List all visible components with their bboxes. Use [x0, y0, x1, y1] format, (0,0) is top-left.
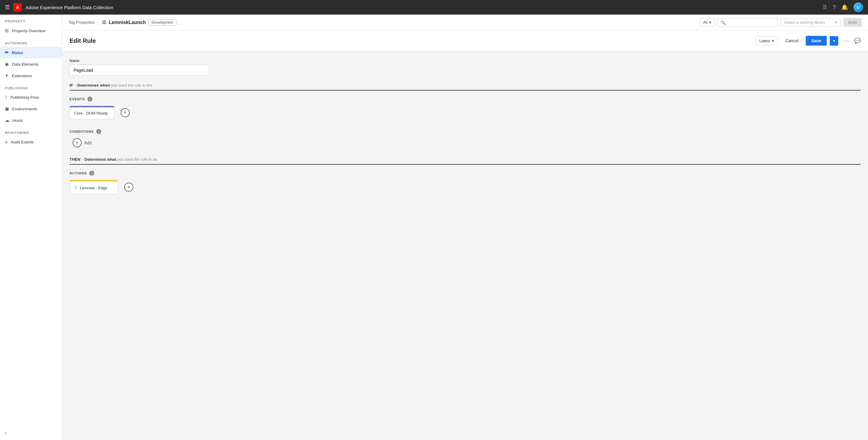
action-card[interactable]: ⠿ Lemnisk - Page [69, 180, 118, 195]
sidebar: PROPERTY ⊞ Property Overview AUTHORING ✏… [0, 14, 62, 440]
add-event-button[interactable]: + [121, 108, 130, 117]
name-label: Name [69, 59, 861, 63]
rule-form: Name IF - Determines when you want the r… [62, 51, 868, 211]
actions-title-row: ACTIONS i [69, 171, 861, 176]
events-title-row: EVENTS i [69, 97, 861, 101]
conditions-title: CONDITIONS [69, 130, 94, 134]
if-label-bold: IF [69, 83, 73, 88]
if-determines: Determines when [78, 83, 110, 88]
audit-events-icon: ≡ [5, 140, 8, 145]
save-button[interactable]: Save [806, 36, 827, 46]
sidebar-item-extensions[interactable]: ✦ Extensions [0, 70, 62, 82]
name-input[interactable] [69, 65, 209, 76]
sidebar-item-audit-events[interactable]: ≡ Audit Events [0, 137, 62, 148]
more-options-button[interactable]: ⋯ [841, 35, 851, 46]
event-card[interactable]: Core - DOM Ready [69, 106, 115, 119]
sidebar-item-rules[interactable]: ✏ Rules [0, 47, 62, 58]
grid-icon[interactable]: ⠿ [823, 4, 827, 11]
working-library-chevron-icon: ▾ [835, 20, 837, 25]
bell-icon[interactable]: 🔔 [841, 4, 848, 11]
if-label-row: IF - Determines when you want the rule t… [69, 83, 861, 88]
sidebar-item-label-environments: Environments [12, 107, 37, 111]
then-desc: - Determines what you want the rule to d… [82, 157, 157, 162]
breadcrumb-separator: › [97, 20, 99, 25]
sidebar-item-publishing-flow[interactable]: ⤴ Publishing Flow [0, 92, 62, 103]
conditions-section: CONDITIONS i + Add [69, 129, 861, 147]
event-card-body: Core - DOM Ready [70, 107, 114, 119]
save-dropdown-button[interactable]: ▾ [830, 36, 838, 46]
search-box: 🔍 [717, 18, 778, 27]
events-title: EVENTS [69, 97, 85, 101]
filter-label: All [703, 20, 707, 25]
top-nav: ☰ A Adobe Experience Platform Data Colle… [0, 0, 868, 14]
then-determines: Determines what [85, 157, 116, 162]
rules-icon: ✏ [5, 50, 9, 55]
working-library-dropdown[interactable]: Select a working library ▾ [780, 18, 841, 26]
working-library-label: Select a working library [784, 20, 825, 25]
sidebar-item-label-audit-events: Audit Events [11, 140, 34, 144]
breadcrumb-tag-properties[interactable]: Tag Properties [68, 20, 95, 25]
avatar[interactable]: U [854, 2, 863, 12]
sidebar-item-label-rules: Rules [12, 51, 23, 55]
version-dropdown[interactable]: Latest ▾ [755, 36, 778, 46]
chevron-left-icon: ‹ [5, 430, 7, 436]
sidebar-item-label-property-overview: Property Overview [12, 29, 45, 33]
then-divider [69, 164, 861, 165]
events-cards-row: Core - DOM Ready + [69, 106, 861, 119]
edit-rule-actions: Latest ▾ Cancel Save ▾ ⋯ 💬 [755, 35, 861, 46]
add-condition-button[interactable]: + [72, 138, 82, 147]
publishing-flow-icon: ⤴ [5, 95, 7, 100]
hosts-icon: ☁ [5, 118, 9, 123]
sidebar-item-label-data-elements: Data Elements [12, 62, 39, 66]
help-icon[interactable]: ? [833, 4, 836, 11]
if-desc: - Determines when you want the rule to f… [75, 83, 152, 88]
conditions-info-icon[interactable]: i [96, 129, 101, 134]
env-badge: Development [148, 20, 177, 26]
sidebar-item-data-elements[interactable]: ◉ Data Elements [0, 58, 62, 70]
sidebar-item-hosts[interactable]: ☁ Hosts [0, 115, 62, 126]
chevron-down-icon: ▾ [709, 20, 711, 25]
sidebar-item-label-hosts: Hosts [12, 118, 23, 123]
sidebar-section-authoring: AUTHORING [0, 36, 62, 47]
conditions-add-row[interactable]: + Add [69, 138, 861, 147]
save-chevron-icon: ▾ [833, 38, 835, 43]
version-chevron-icon: ▾ [772, 38, 774, 43]
conditions-title-row: CONDITIONS i [69, 129, 861, 134]
search-icon: 🔍 [720, 20, 725, 25]
action-card-body: ⠿ Lemnisk - Page [70, 181, 118, 194]
sidebar-item-property-overview[interactable]: ⊞ Property Overview [0, 25, 62, 36]
property-overview-icon: ⊞ [5, 28, 9, 33]
breadcrumb: Tag Properties › 🖥 LemniskLaunch Develop… [68, 19, 697, 26]
version-label: Latest [759, 38, 770, 43]
then-label-bold: THEN [69, 157, 80, 162]
events-section: EVENTS i Core - DOM Ready + [69, 97, 861, 119]
comment-button[interactable]: 💬 [854, 37, 861, 44]
add-action-button[interactable]: + [124, 183, 133, 192]
edit-rule-container: Edit Rule Latest ▾ Cancel Save ▾ ⋯ 💬 [62, 30, 868, 440]
sidebar-section-property: PROPERTY [0, 14, 62, 25]
data-elements-icon: ◉ [5, 61, 9, 67]
actions-info-icon[interactable]: i [89, 171, 94, 176]
property-name: LemniskLaunch [109, 20, 146, 25]
then-italic: you want the rule to do [117, 157, 157, 162]
sidebar-item-environments[interactable]: ▣ Environments [0, 103, 62, 115]
extensions-icon: ✦ [5, 73, 9, 79]
hamburger-icon[interactable]: ☰ [5, 4, 10, 11]
events-info-icon[interactable]: i [88, 97, 92, 101]
actions-title: ACTIONS [69, 171, 87, 175]
environments-icon: ▣ [5, 106, 9, 112]
sidebar-item-label-publishing-flow: Publishing Flow [10, 95, 39, 100]
top-nav-icons: ⠿ ? 🔔 U [823, 2, 863, 12]
monitor-icon: 🖥 [101, 19, 106, 26]
build-button[interactable]: Build [843, 18, 862, 27]
content-area: Tag Properties › 🖥 LemniskLaunch Develop… [62, 14, 868, 440]
then-label-row: THEN - Determines what you want the rule… [69, 157, 861, 162]
search-input[interactable] [727, 20, 774, 25]
adobe-logo: A [13, 3, 22, 11]
name-form-group: Name [69, 59, 861, 76]
if-divider [69, 90, 861, 91]
sidebar-section-monitoring: MONITORING [0, 126, 62, 137]
cancel-button[interactable]: Cancel [781, 36, 803, 45]
sidebar-collapse-button[interactable]: ‹ [0, 426, 62, 440]
filter-dropdown[interactable]: All ▾ [700, 18, 715, 26]
